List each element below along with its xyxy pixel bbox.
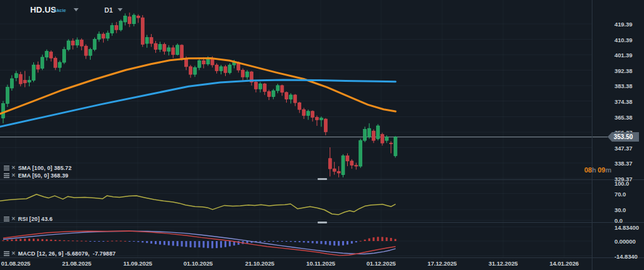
date-tick-label: 01.08.2025 bbox=[1, 260, 31, 267]
price-axis-separator bbox=[592, 0, 592, 270]
date-tick-label: 01.12.2025 bbox=[367, 260, 396, 267]
date-tick-label: 10.11.2025 bbox=[306, 260, 335, 267]
indicator-remove-icon[interactable]: ✕ bbox=[11, 166, 16, 171]
indicator-remove-icon[interactable]: ✕ bbox=[11, 217, 16, 222]
timer-hours-unit: h bbox=[592, 166, 596, 174]
indicator-label: EMA [50, 0] 368.39 bbox=[18, 172, 69, 179]
timer-minutes: 09 bbox=[597, 166, 605, 174]
separator-drag-handle-icon[interactable] bbox=[318, 178, 327, 180]
axis-tick-label: 100.0 bbox=[614, 180, 629, 187]
indicator-row-macd: ✕ MACD [12, 26, 9] -5.68079, -7.79887 bbox=[4, 250, 116, 257]
axis-tick-label: 338.37 bbox=[614, 160, 632, 167]
timer-minutes-unit: m bbox=[605, 166, 611, 174]
date-tick-label: 21.08.2025 bbox=[62, 260, 92, 267]
axis-tick-label: 70.0 bbox=[614, 190, 626, 197]
axis-tick-label: 365.38 bbox=[614, 113, 632, 120]
symbol-label[interactable]: HD.US bbox=[30, 5, 56, 14]
indicator-settings-icon[interactable] bbox=[4, 251, 9, 256]
indicator-remove-icon[interactable]: ✕ bbox=[11, 251, 16, 256]
indicator-remove-icon[interactable]: ✕ bbox=[11, 173, 16, 178]
timer-hours: 08 bbox=[584, 166, 592, 174]
candle-countdown-timer: 08h 09m bbox=[584, 166, 611, 174]
axis-separator bbox=[0, 257, 644, 258]
axis-tick-label: 410.39 bbox=[614, 36, 632, 43]
axis-tick-label: 383.38 bbox=[614, 82, 632, 89]
timeframe-selector[interactable]: D1 bbox=[104, 6, 113, 14]
date-tick-label: 11.09.2025 bbox=[123, 260, 152, 267]
indicator-settings-icon[interactable] bbox=[4, 166, 9, 171]
indicator-settings-icon[interactable] bbox=[4, 173, 9, 178]
indicator-label: SMA [100, 0] 385.72 bbox=[18, 165, 72, 171]
symbol-dropdown-caret-icon[interactable] bbox=[74, 8, 79, 11]
indicator-row-sma: ✕ SMA [100, 0] 385.72 bbox=[4, 164, 72, 171]
axis-tick-label: 374.38 bbox=[614, 98, 632, 104]
indicator-row-rsi: ✕ RSI [20] 43.6 bbox=[4, 215, 53, 222]
date-tick-label: 31.12.2025 bbox=[489, 260, 518, 267]
axis-tick-label: 30.0 bbox=[614, 206, 626, 213]
indicator-label: RSI [20] 43.6 bbox=[18, 216, 53, 222]
axis-tick-label: 0.0 bbox=[614, 217, 623, 224]
axis-tick-label: 14.83400 bbox=[614, 223, 639, 230]
current-price-tag: 353.50 bbox=[608, 132, 639, 142]
axis-tick-label: -14.8340 bbox=[614, 252, 638, 259]
date-tick-label: 17.12.2025 bbox=[428, 260, 457, 267]
chart-canvas[interactable] bbox=[0, 0, 644, 270]
indicator-label: MACD [12, 26, 9] -5.68079, -7.79887 bbox=[18, 250, 116, 257]
axis-tick-label: 419.39 bbox=[614, 21, 632, 28]
axis-tick-label: 401.39 bbox=[614, 52, 632, 59]
market-type-label: Akcie bbox=[53, 8, 66, 13]
indicator-settings-icon[interactable] bbox=[4, 217, 9, 222]
date-tick-label: 14.01.2026 bbox=[550, 260, 579, 267]
indicator-row-ema: ✕ EMA [50, 0] 368.39 bbox=[4, 172, 69, 179]
timeframe-dropdown-caret-icon[interactable] bbox=[118, 8, 123, 11]
separator-drag-handle-icon[interactable] bbox=[318, 222, 327, 223]
date-tick-label: 01.10.2025 bbox=[184, 260, 213, 267]
axis-tick-label: 0.00000 bbox=[614, 238, 636, 245]
date-tick-label: 21.10.2025 bbox=[245, 260, 275, 267]
axis-tick-label: 347.37 bbox=[614, 144, 632, 151]
axis-tick-label: 392.38 bbox=[614, 67, 632, 74]
chart-window: HD.US Akcie D1 ✕ SMA [100, 0] 385.72 ✕ E… bbox=[0, 0, 644, 270]
